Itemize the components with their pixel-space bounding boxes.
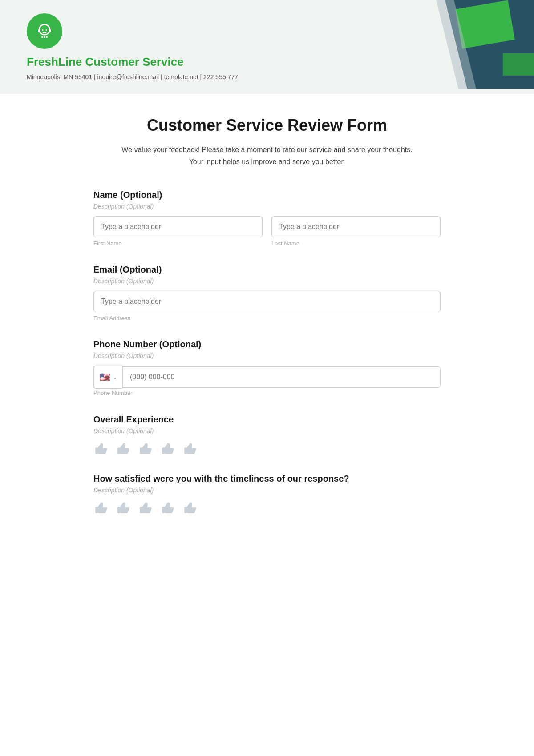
header-left: FreshLine Customer Service Minneapolis, … — [27, 13, 238, 80]
svg-rect-11 — [503, 53, 534, 76]
last-name-group: Last Name — [271, 216, 441, 247]
section-description-timeliness: Description (Optional) — [93, 487, 441, 494]
timeliness-rating-1[interactable] — [93, 500, 109, 515]
section-description-overall: Description (Optional) — [93, 427, 441, 434]
timeliness-rating-3[interactable] — [138, 500, 153, 515]
overall-rating-5[interactable] — [182, 441, 198, 456]
svg-rect-20 — [162, 507, 165, 513]
email-group: Email Address — [93, 291, 441, 322]
timeliness-rating-2[interactable] — [116, 500, 131, 515]
last-name-label: Last Name — [271, 240, 441, 247]
overall-rating-4[interactable] — [160, 441, 175, 456]
svg-point-7 — [46, 36, 48, 38]
header-decoration — [365, 0, 534, 89]
last-name-input[interactable] — [271, 216, 441, 237]
section-description-phone: Description (Optional) — [93, 352, 441, 359]
form-container: Customer Service Review Form We value yo… — [67, 94, 467, 559]
form-section-overall: Overall Experience Description (Optional… — [93, 414, 441, 456]
svg-rect-15 — [162, 448, 165, 454]
timeliness-rating-5[interactable] — [182, 500, 198, 515]
country-selector[interactable]: 🇺🇸 ⌄ — [93, 366, 122, 389]
svg-point-3 — [42, 29, 43, 31]
svg-rect-12 — [95, 448, 98, 454]
name-input-row: First Name Last Name — [93, 216, 441, 247]
company-name: FreshLine Customer Service — [27, 55, 238, 69]
form-section-email: Email (Optional) Description (Optional) … — [93, 265, 441, 322]
logo-circle — [27, 13, 62, 49]
section-label-name: Name (Optional) — [93, 190, 441, 200]
svg-rect-13 — [117, 448, 120, 454]
overall-rating-1[interactable] — [93, 441, 109, 456]
chevron-down-icon: ⌄ — [113, 374, 117, 380]
form-description: We value your feedback! Please take a mo… — [116, 144, 418, 168]
phone-input[interactable] — [122, 366, 441, 388]
email-input[interactable] — [93, 291, 441, 312]
section-label-timeliness: How satisfied were you with the timeline… — [93, 474, 441, 484]
phone-row: 🇺🇸 ⌄ — [93, 366, 441, 389]
company-info: Minneapolis, MN 55401 | inquire@freshlin… — [27, 73, 238, 80]
overall-rating-row — [93, 441, 441, 456]
section-description-email: Description (Optional) — [93, 277, 441, 285]
timeliness-rating-row — [93, 500, 441, 515]
svg-rect-1 — [38, 29, 40, 32]
section-label-phone: Phone Number (Optional) — [93, 339, 441, 350]
form-section-phone: Phone Number (Optional) Description (Opt… — [93, 339, 441, 397]
timeliness-rating-4[interactable] — [160, 500, 175, 515]
svg-point-5 — [41, 36, 43, 38]
svg-rect-19 — [140, 507, 142, 513]
overall-rating-2[interactable] — [116, 441, 131, 456]
section-label-overall: Overall Experience — [93, 414, 441, 425]
svg-rect-18 — [117, 507, 120, 513]
email-sublabel: Email Address — [93, 315, 441, 322]
section-description-name: Description (Optional) — [93, 203, 441, 210]
form-section-name: Name (Optional) Description (Optional) F… — [93, 190, 441, 247]
svg-rect-17 — [95, 507, 98, 513]
section-label-email: Email (Optional) — [93, 265, 441, 275]
form-title: Customer Service Review Form — [93, 116, 441, 135]
svg-point-6 — [44, 36, 45, 38]
svg-rect-2 — [49, 29, 51, 32]
form-section-timeliness: How satisfied were you with the timeline… — [93, 474, 441, 515]
svg-rect-16 — [184, 448, 187, 454]
svg-point-4 — [46, 29, 47, 31]
first-name-group: First Name — [93, 216, 263, 247]
svg-rect-21 — [184, 507, 187, 513]
overall-rating-3[interactable] — [138, 441, 153, 456]
page-header: FreshLine Customer Service Minneapolis, … — [0, 0, 534, 94]
first-name-input[interactable] — [93, 216, 263, 237]
logo-icon — [33, 20, 56, 42]
svg-rect-14 — [140, 448, 142, 454]
logo-area — [27, 13, 238, 49]
flag-icon: 🇺🇸 — [99, 372, 110, 382]
first-name-label: First Name — [93, 240, 263, 247]
phone-sublabel: Phone Number — [93, 390, 132, 396]
